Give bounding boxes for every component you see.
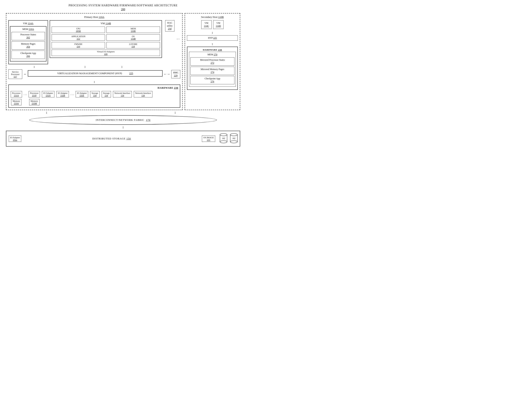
svg-point-3 <box>220 141 227 143</box>
secondary-host: Secondary Host 110B VM114C VM114D ↕ HYP … <box>185 13 240 110</box>
processor-231a: Processor231A <box>11 91 22 97</box>
vm114b-components: CPU205B MEM210B APPLICATION212 OS214B FM… <box>51 26 160 49</box>
checkpoint-app-276: Checkpoint App276 <box>190 76 235 84</box>
checkpoint-app-box: Checkpoint App266 <box>11 51 45 59</box>
distributed-storage: IO Adapter252a DISTRIBUTED STORAGE 150 O… <box>6 131 240 147</box>
memory-233a: Memory233A <box>11 99 21 105</box>
primary-host-label: Primary Host 110A <box>8 16 180 19</box>
svg-text:162: 162 <box>232 137 235 139</box>
mem-270: MEM 270 Mirrored Processor States272 Mir… <box>189 52 236 87</box>
service-processor: Service Processor227 <box>8 69 22 79</box>
dots-indicator: · · <box>176 37 180 41</box>
mirrored-mem-pages: Mirrored Memory Pages274 <box>190 67 235 75</box>
arrow-to-storage: ↕ <box>6 126 240 129</box>
proc-mem-p: Processor231P Memory233M <box>28 91 40 106</box>
interconnect-section: INTERCONNECT/NETWORK FABRIC 170 <box>6 115 240 125</box>
vm-114b-hac-area: VM 114B CPU205B MEM210B APPLICATION212 O… <box>50 20 180 58</box>
io-adapter-232b: IO Adapter232B <box>56 91 69 98</box>
vm-114c: VM114C <box>201 20 212 29</box>
hac-utility: HACutility250 <box>165 20 174 32</box>
primary-host: Primary Host 110A VM 114A MEM 210A <box>6 13 183 110</box>
vm-114b: VM 114B CPU205B MEM210B APPLICATION212 O… <box>50 20 162 58</box>
secondary-arrows-hyp: ↕ <box>187 31 238 34</box>
vm-114d: VM114D <box>213 20 224 29</box>
diagram-container: Primary Host 110A VM 114A MEM 210A <box>6 13 240 110</box>
mirrored-proc-states: Mirrored Processor States272 <box>190 57 235 66</box>
lstore-218: LSTORE218 <box>106 42 160 48</box>
mem-210a: MEM 210A Processor States262 Memory Page… <box>10 26 46 61</box>
io-adapter-232e: IO Adapter232E <box>75 91 88 98</box>
secondary-hardware: HARDWARE 230 MEM 270 Mirrored Processor … <box>187 47 238 90</box>
hyp-bar: VIRTUALIZATION MANAGEMENT COMPONENT (HYP… <box>28 70 163 76</box>
secondary-host-label: Secondary Host 110B <box>187 16 238 19</box>
network-interface-2: Network Interface134 <box>133 91 153 98</box>
processor-states-box: Processor States262 <box>11 32 45 40</box>
distributed-storage-label: DISTRIBUTED STORAGE 150 <box>26 137 198 140</box>
svg-point-8 <box>230 141 237 143</box>
arrow-to-hardware: ↕ <box>8 80 180 84</box>
os-214b: OS214B <box>106 34 160 41</box>
vio-adapters: Virtual I/O Adapters226 <box>51 50 160 56</box>
svg-text:162: 162 <box>222 137 225 139</box>
secondary-arrow-hw: ↕ <box>187 42 238 46</box>
main-title: PROCESSING SYSTEM HARDWARE/FIRMWARE/SOFT… <box>6 4 240 7</box>
diagram-ref: 200 <box>6 8 240 11</box>
cylinder-162-2: 162 <box>230 133 238 144</box>
vm-114a: VM 114A MEM 210A Processor States262 Mem… <box>8 20 48 64</box>
cylinder-162-1: 162 <box>219 133 227 144</box>
dots-2: . . . <box>70 91 74 96</box>
network-interface-1: Network Interface134 <box>113 91 132 98</box>
svg-point-0 <box>220 134 227 136</box>
mem-210b: MEM210B <box>106 26 160 33</box>
memory-pages-box: Memory Pages264 <box>11 41 45 50</box>
memory-233m: Memory233M <box>29 99 40 105</box>
os-image-215: OS IMAGE215 <box>202 136 215 142</box>
arrows-to-interconnect: ↕ ↕ <box>6 111 240 114</box>
dots-1: . . . <box>24 91 27 96</box>
fmwre-216: FMWRE216 <box>52 42 105 48</box>
interconnect-ellipse: INTERCONNECT/NETWORK FABRIC 170 <box>29 115 217 125</box>
hyp-row: Service Processor227 ↔ VIRTUALIZATION MA… <box>8 69 180 79</box>
page-wrapper: PROCESSING SYSTEM HARDWARE/FIRMWARE/SOFT… <box>6 4 240 147</box>
storage-234b: Storage234 <box>101 91 112 98</box>
secondary-vms: VM114C VM114D <box>187 20 238 29</box>
svg-point-5 <box>230 134 237 136</box>
hmc-box: HMC229 <box>171 70 180 78</box>
proc-mem-a: Processor231A Memory233A <box>10 91 22 106</box>
hardware-230: HARDWARE 230 Processor231A Memory233A . … <box>8 85 180 108</box>
cpu-205b: CPU205B <box>52 26 105 33</box>
arrows-to-hyp: ↕ ↕ ↕ <box>8 65 180 69</box>
io-adapter-252a: IO Adapter252a <box>9 136 21 142</box>
application-212: APPLICATION212 <box>52 34 105 41</box>
hardware-components: Processor231A Memory233A . . . Processor… <box>10 91 178 106</box>
primary-top-section: VM 114A MEM 210A Processor States262 Mem… <box>8 20 180 64</box>
cylinders: 162 162 <box>219 133 238 144</box>
io-adapter-232a: IO Adapter232A <box>42 91 55 98</box>
processor-231p: Processor231P <box>29 91 40 97</box>
storage-234a: Storage234 <box>90 91 100 98</box>
secondary-hyp: HYP 225 <box>187 35 238 41</box>
